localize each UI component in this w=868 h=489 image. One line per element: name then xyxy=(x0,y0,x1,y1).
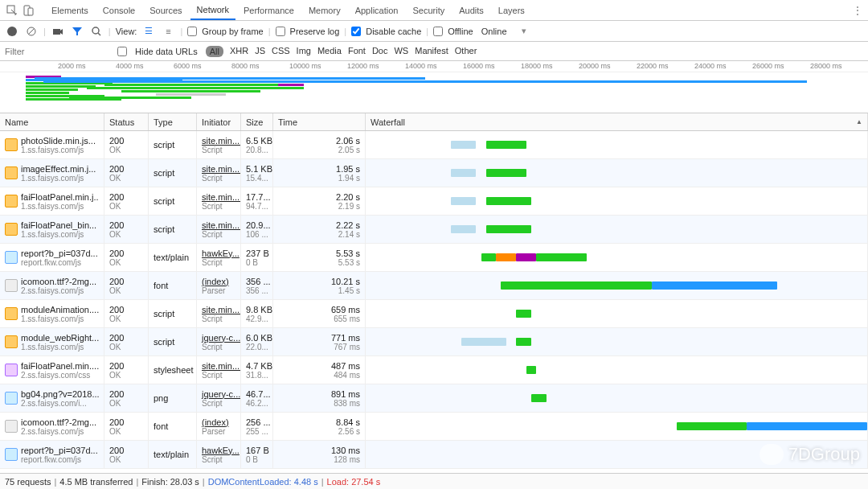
small-rows-icon[interactable]: ≡ xyxy=(161,24,175,39)
tab-memory[interactable]: Memory xyxy=(302,0,347,20)
filter-bar: Hide data URLs AllXHRJSCSSImgMediaFontDo… xyxy=(0,42,868,61)
filter-js[interactable]: JS xyxy=(255,46,265,57)
table-row[interactable]: faiFloatPanel_bin...1.ss.faisys.com/js20… xyxy=(0,216,868,244)
table-row[interactable]: report?b_pi=037d...report.fkw.com/js200O… xyxy=(0,244,868,272)
timeline-tick: 22000 ms xyxy=(637,62,669,70)
table-row[interactable]: photoSlide.min.js...1.ss.faisys.com/js20… xyxy=(0,131,868,159)
table-row[interactable]: icomoon.ttf?-2mg...2.ss.faisys.com/js200… xyxy=(0,272,868,300)
filter-doc[interactable]: Doc xyxy=(372,46,388,57)
cell-initiator: site.min....Script xyxy=(197,159,241,187)
tab-elements[interactable]: Elements xyxy=(45,0,95,20)
table-row[interactable]: moduleAnimation....1.ss.faisys.com/js200… xyxy=(0,300,868,328)
cell-type: text/plain xyxy=(149,441,197,468)
cell-initiator: (index)Parser xyxy=(197,272,241,299)
tab-network[interactable]: Network xyxy=(190,0,235,20)
preserve-log-label: Preserve log xyxy=(290,27,340,36)
tab-console[interactable]: Console xyxy=(96,0,141,20)
network-toolbar: | | View: ☰ ≡ | Group by frame | Preserv… xyxy=(0,21,868,42)
timeline-tick: 18000 ms xyxy=(521,62,553,70)
tab-audits[interactable]: Audits xyxy=(452,0,490,20)
waterfall-segment xyxy=(486,169,526,177)
table-row[interactable]: module_webRight...1.ss.faisys.com/js200O… xyxy=(0,328,868,356)
more-menu-icon[interactable]: ⋮ xyxy=(852,4,863,17)
file-icon xyxy=(5,251,18,264)
timeline-tick: 2000 ms xyxy=(58,62,86,70)
cell-time: 2.20 s2.19 s xyxy=(273,187,366,215)
cell-initiator: site.min....Script xyxy=(197,131,241,158)
waterfall-segment xyxy=(451,169,476,177)
file-icon xyxy=(5,448,18,461)
overview-bar xyxy=(156,93,225,96)
cell-size: 9.8 KB42.9... xyxy=(241,300,273,327)
waterfall-segment xyxy=(481,253,497,261)
table-row[interactable]: report?b_pi=037d...report.fkw.com/js200O… xyxy=(0,441,868,469)
col-size[interactable]: Size xyxy=(241,113,273,130)
cell-waterfall xyxy=(366,187,868,215)
online-label[interactable]: Online xyxy=(481,27,507,36)
tab-performance[interactable]: Performance xyxy=(237,0,301,20)
filter-css[interactable]: CSS xyxy=(272,46,290,57)
filter-font[interactable]: Font xyxy=(348,46,366,57)
cell-waterfall xyxy=(366,356,868,384)
table-row[interactable]: imageEffect.min.j...1.ss.faisys.com/js20… xyxy=(0,159,868,187)
clear-icon[interactable] xyxy=(24,24,39,39)
table-row[interactable]: faiFloatPanel.min....2.ss.faisys.com/css… xyxy=(0,356,868,384)
col-type[interactable]: Type xyxy=(149,113,197,130)
cell-status: 200OK xyxy=(104,356,149,384)
filter-other[interactable]: Other xyxy=(455,46,477,57)
tab-layers[interactable]: Layers xyxy=(492,0,531,20)
table-row[interactable]: icomoon.ttf?-2mg...2.ss.faisys.com/js200… xyxy=(0,413,868,441)
devtools-tabs: ElementsConsoleSourcesNetworkPerformance… xyxy=(45,0,531,20)
waterfall-segment xyxy=(486,141,526,149)
filter-ws[interactable]: WS xyxy=(394,46,408,57)
cell-initiator: (index)Parser xyxy=(197,413,241,440)
filter-input[interactable] xyxy=(5,47,109,56)
filter-media[interactable]: Media xyxy=(317,46,342,57)
tab-sources[interactable]: Sources xyxy=(143,0,188,20)
throttle-caret-icon[interactable]: ▾ xyxy=(522,26,526,36)
cell-status: 200OK xyxy=(104,159,149,187)
file-icon xyxy=(5,279,18,292)
cell-name: faiFloatPanel_bin...1.ss.faisys.com/js xyxy=(0,216,104,243)
waterfall-segment xyxy=(526,366,536,374)
inspect-icon[interactable] xyxy=(5,3,19,18)
preserve-log-checkbox[interactable] xyxy=(276,27,285,36)
table-row[interactable]: faiFloatPanel.min.j...1.ss.faisys.com/js… xyxy=(0,187,868,216)
col-waterfall[interactable]: Waterfall▲ xyxy=(366,113,868,130)
cell-name: photoSlide.min.js...1.ss.faisys.com/js xyxy=(0,131,104,158)
tab-security[interactable]: Security xyxy=(406,0,451,20)
waterfall-segment xyxy=(531,394,547,402)
filter-xhr[interactable]: XHR xyxy=(230,46,248,57)
device-icon[interactable] xyxy=(21,3,35,18)
filter-img[interactable]: Img xyxy=(297,46,311,57)
col-status[interactable]: Status xyxy=(104,113,149,130)
filter-toggle-icon[interactable] xyxy=(70,24,84,39)
file-icon xyxy=(5,420,18,433)
cell-name: icomoon.ttf?-2mg...2.ss.faisys.com/js xyxy=(0,413,104,440)
group-by-frame-checkbox[interactable] xyxy=(187,27,197,36)
col-initiator[interactable]: Initiator xyxy=(197,113,241,130)
file-icon xyxy=(5,223,18,236)
cell-name: faiFloatPanel.min.j...1.ss.faisys.com/js xyxy=(0,187,104,215)
filter-manifest[interactable]: Manifest xyxy=(415,46,448,57)
offline-checkbox[interactable] xyxy=(433,27,443,36)
filter-all[interactable]: All xyxy=(206,46,223,57)
group-by-frame-label: Group by frame xyxy=(202,27,263,36)
cell-name: moduleAnimation....1.ss.faisys.com/js xyxy=(0,300,104,327)
svg-point-6 xyxy=(92,27,99,34)
tab-application[interactable]: Application xyxy=(349,0,405,20)
record-button[interactable] xyxy=(5,24,19,39)
waterfall-segment xyxy=(677,422,747,430)
search-icon[interactable] xyxy=(89,24,104,39)
disable-cache-checkbox[interactable] xyxy=(351,27,361,36)
col-name[interactable]: Name xyxy=(0,113,104,130)
timeline-tick: 12000 ms xyxy=(347,62,379,70)
hide-data-urls-checkbox[interactable] xyxy=(117,47,127,56)
overview-timeline[interactable]: 2000 ms4000 ms6000 ms8000 ms10000 ms1200… xyxy=(0,61,868,113)
cell-status: 200OK xyxy=(104,244,149,271)
col-time[interactable]: Time xyxy=(273,113,366,130)
transferred-size: 4.5 MB transferred xyxy=(59,477,133,487)
large-rows-icon[interactable]: ☰ xyxy=(141,24,156,39)
camera-icon[interactable] xyxy=(51,24,65,39)
table-row[interactable]: bg04.png?v=2018...2.ss.faisys.com/i...20… xyxy=(0,384,868,413)
